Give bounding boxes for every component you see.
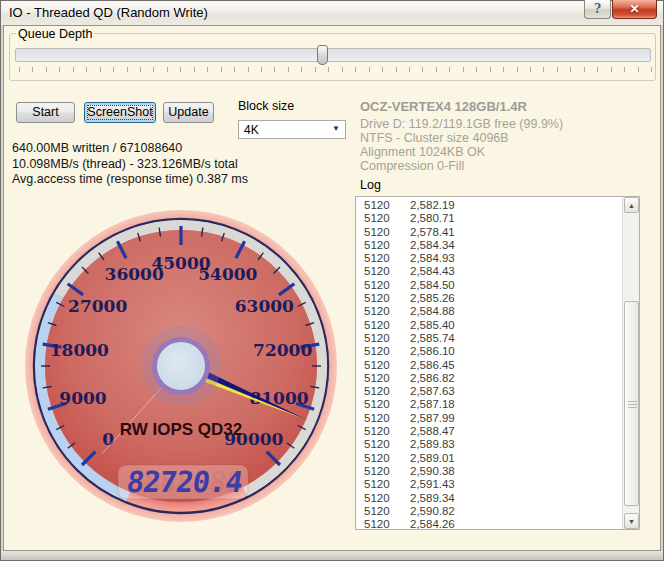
log-row[interactable]: 51202,591.43 [356,478,620,491]
scroll-down-icon[interactable]: ▼ [624,513,639,529]
app-window: IO - Threaded QD (Random Write) ? ✕ Queu… [0,0,664,561]
scrollbar-grip [628,401,637,408]
log-row[interactable]: 51202,584.88 [356,305,620,318]
start-button[interactable]: Start [16,102,75,123]
log-row[interactable]: 51202,586.10 [356,345,620,358]
window-bottom-border [1,551,663,560]
log-rows: 51202,582.1951202,580.7151202,578.415120… [356,199,620,530]
log-row[interactable]: 51202,584.26 [356,518,620,530]
drive-name: OCZ-VERTEX4 128GB/1.4R [360,99,527,114]
block-size-label: Block size [238,99,294,113]
svg-text:54000: 54000 [198,264,257,284]
log-row[interactable]: 51202,584.50 [356,279,620,292]
stats-access-time: Avg.access time (response time) 0.387 ms [12,172,248,188]
log-label: Log [360,178,381,192]
log-row[interactable]: 51202,589.34 [356,492,620,505]
log-row[interactable]: 51202,590.82 [356,505,620,518]
screenshot-button[interactable]: ScreenShot [84,102,156,123]
queue-depth-slider-track[interactable] [15,48,651,62]
chevron-down-icon: ▼ [332,124,340,133]
queue-depth-slider-thumb[interactable] [317,45,328,65]
drive-compression: Compression 0-Fill [360,159,563,173]
stats-written: 640.00MB written / 671088640 [12,141,248,157]
log-row[interactable]: 51202,584.34 [356,239,620,252]
stats-block: 640.00MB written / 671088640 10.098MB/s … [12,141,248,188]
log-row[interactable]: 51202,580.71 [356,212,620,225]
drive-details: Drive D: 119.2/119.1GB free (99.9%) NTFS… [360,117,563,173]
svg-text:63000: 63000 [235,296,294,316]
drive-alignment: Alignment 1024KB OK [360,145,563,159]
log-row[interactable]: 51202,585.74 [356,332,620,345]
stats-throughput: 10.098MB/s (thread) - 323.126MB/s total [12,157,248,173]
drive-free-space: Drive D: 119.2/119.1GB free (99.9%) [360,117,563,131]
log-row[interactable]: 51202,585.26 [356,292,620,305]
scrollbar-thumb[interactable] [624,301,639,506]
svg-text:27000: 27000 [68,296,127,316]
log-scrollbar[interactable]: ▲ ▼ [622,197,639,529]
log-row[interactable]: 51202,588.47 [356,425,620,438]
svg-text:0: 0 [102,429,114,449]
log-row[interactable]: 51202,578.41 [356,226,620,239]
title-bar[interactable]: IO - Threaded QD (Random Write) [1,1,663,25]
log-row[interactable]: 51202,585.40 [356,319,620,332]
scroll-up-icon[interactable]: ▲ [624,197,639,213]
update-button[interactable]: Update [163,102,214,123]
help-icon: ? [594,2,601,16]
block-size-dropdown[interactable]: 4K ▼ [238,120,346,139]
queue-depth-label: Queue Depth [16,27,94,41]
drive-filesystem: NTFS - Cluster size 4096B [360,131,563,145]
log-row[interactable]: 51202,587.63 [356,385,620,398]
log-row[interactable]: 51202,587.99 [356,412,620,425]
iops-gauge: 0900018000270003600045000540006300072000… [14,199,348,533]
log-listbox[interactable]: 51202,582.1951202,580.7151202,578.415120… [355,196,640,530]
log-row[interactable]: 51202,586.82 [356,372,620,385]
close-icon: ✕ [629,2,639,16]
log-row[interactable]: 51202,590.38 [356,465,620,478]
log-row[interactable]: 51202,589.01 [356,452,620,465]
log-row[interactable]: 51202,584.43 [356,265,620,278]
svg-text:18000: 18000 [50,340,109,360]
svg-text:RW IOPS QD32: RW IOPS QD32 [120,420,243,439]
svg-text:9000: 9000 [59,388,106,408]
log-row[interactable]: 51202,587.18 [356,398,620,411]
close-button[interactable]: ✕ [612,0,657,19]
window-title: IO - Threaded QD (Random Write) [9,5,208,20]
log-row[interactable]: 51202,582.19 [356,199,620,212]
slider-ticks [19,67,651,73]
svg-text:72000: 72000 [253,340,312,360]
help-button[interactable]: ? [584,0,611,19]
log-row[interactable]: 51202,586.45 [356,359,620,372]
block-size-value: 4K [244,123,259,137]
svg-text:82720.4: 82720.4 [124,465,244,499]
log-row[interactable]: 51202,584.93 [356,252,620,265]
log-row[interactable]: 51202,589.83 [356,438,620,451]
